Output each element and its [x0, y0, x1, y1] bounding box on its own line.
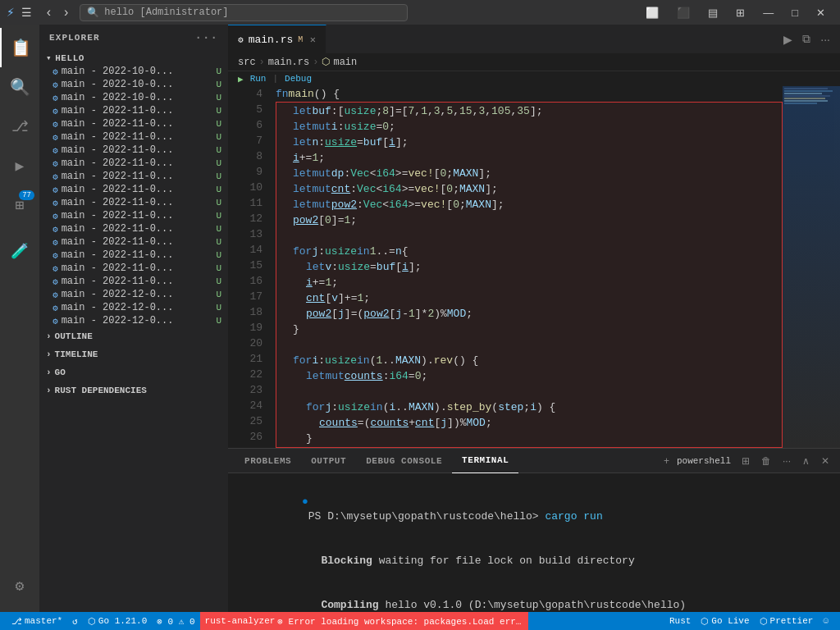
list-item[interactable]: ⚙ main - 2022-10-0... U	[39, 65, 228, 78]
search-icon: 🔍	[10, 77, 30, 98]
status-go-version[interactable]: ⬡ Go 1.21.0	[83, 616, 152, 627]
chevron-down-icon: ▾	[46, 52, 52, 63]
modified-badge: U	[216, 211, 221, 221]
back-button[interactable]: ‹	[42, 3, 56, 21]
sidebar-item-rust[interactable]: › RUST DEPENDENCIES	[39, 381, 228, 399]
new-terminal-button[interactable]: +	[660, 454, 673, 468]
list-item[interactable]: ⚙ main - 2022-11-0... U	[39, 130, 228, 144]
chevron-right-icon: ›	[46, 331, 52, 341]
list-item[interactable]: ⚙ main - 2022-11-0... U	[39, 144, 228, 157]
tab-main-rs[interactable]: ⚙ main.rs M ✕	[228, 25, 326, 53]
activity-item-scm[interactable]: ⎇	[0, 107, 39, 146]
forward-button[interactable]: ›	[59, 3, 73, 21]
hello-section[interactable]: ▾ HELLO	[39, 51, 228, 65]
grid-button[interactable]: ⊞	[728, 3, 753, 22]
list-item[interactable]: ⚙ main - 2022-12-0... U	[39, 314, 228, 327]
errors-text: ⊗ 0 ⚠ 0	[157, 616, 194, 627]
list-item[interactable]: ⚙ main - 2022-11-0... U	[39, 104, 228, 117]
file-icon: ⚙	[52, 250, 58, 261]
status-go-live[interactable]: ⬡ Go Live	[696, 616, 754, 627]
search-bar[interactable]: 🔍 hello [Administrator]	[80, 4, 408, 21]
settings-icon: ⚙	[16, 577, 25, 595]
list-item[interactable]: ⚙ main - 2022-11-0... U	[39, 117, 228, 130]
activity-item-explorer[interactable]: 📋	[0, 28, 39, 67]
trash-button[interactable]: 🗑	[757, 454, 775, 468]
close-panel-button[interactable]: ✕	[817, 454, 833, 468]
close-button[interactable]: ✕	[808, 3, 833, 22]
list-item[interactable]: ⚙ main - 2022-11-0... U	[39, 196, 228, 209]
list-item[interactable]: ⚙ main - 2022-11-0... U	[39, 249, 228, 262]
more-actions-button[interactable]: ···	[817, 31, 833, 48]
list-item[interactable]: ⚙ main - 2022-11-0... U	[39, 222, 228, 235]
status-prettier[interactable]: ⬡ Prettier	[755, 616, 819, 627]
status-sync[interactable]: ↺	[67, 616, 83, 627]
status-branch[interactable]: ⎇ master*	[7, 616, 67, 627]
list-item[interactable]: ⚙ main - 2022-11-0... U	[39, 183, 228, 196]
list-item[interactable]: ⚙ main - 2022-11-0... U	[39, 262, 228, 275]
run-link[interactable]: Run	[250, 74, 267, 84]
list-item[interactable]: ⚙ main - 2022-11-0... U	[39, 157, 228, 170]
chevron-right-icon: ›	[46, 349, 52, 359]
terminal-content[interactable]: ● PS D:\mysetup\gopath\rustcode\hello> c…	[228, 473, 840, 612]
sidebar-item-timeline[interactable]: › TIMELINE	[39, 345, 228, 363]
new-file-icon[interactable]: ···	[194, 31, 218, 44]
tab-output[interactable]: OUTPUT	[301, 449, 356, 473]
tab-actions: ▶ ⧉ ···	[774, 25, 840, 53]
list-item[interactable]: ⚙ main - 2022-10-0... U	[39, 91, 228, 104]
activity-item-run[interactable]: ▶	[0, 146, 39, 185]
activity-item-testing[interactable]: 🧪	[0, 231, 39, 271]
status-language[interactable]: Rust	[664, 616, 696, 626]
maximize-panel-button[interactable]: ∧	[798, 454, 814, 468]
code-line-18: pow2[j] = (pow2[j - 1] * 2) % MOD;	[280, 306, 778, 322]
modified-badge: U	[216, 237, 221, 247]
debug-link[interactable]: Debug	[285, 74, 312, 84]
file-icon: ⚙	[52, 211, 58, 221]
code-line-24: for j: usize in (i..MAXN).step_by(step; …	[280, 399, 778, 415]
go-label: GO	[55, 368, 66, 377]
status-bar: ⎇ master* ↺ ⬡ Go 1.21.0 ⊗ 0 ⚠ 0 rust-ana…	[0, 612, 840, 630]
code-content[interactable]: fn main() { let buf: [usize; 8] = [7, 1,…	[269, 86, 783, 448]
breadcrumb-file[interactable]: main.rs	[268, 57, 309, 68]
vscode-icon: ⚡	[7, 4, 15, 21]
run-button[interactable]: ▶	[780, 31, 796, 48]
run-debug-sep: |	[272, 74, 278, 84]
code-line-23	[280, 384, 778, 399]
tab-label: main.rs	[249, 34, 294, 46]
list-item[interactable]: ⚙ main - 2022-12-0... U	[39, 288, 228, 301]
sidebar-item-go[interactable]: › GO	[39, 363, 228, 381]
breadcrumb-symbol[interactable]: main	[333, 57, 357, 68]
tab-close-button[interactable]: ✕	[310, 34, 316, 46]
split-terminal-button[interactable]: ⊞	[737, 454, 754, 468]
rust-analyzer-label: rust-analyzer	[205, 616, 276, 626]
status-feedback[interactable]: ☺	[818, 616, 833, 626]
list-item[interactable]: ⚙ main - 2022-11-0... U	[39, 275, 228, 288]
list-item[interactable]: ⚙ main - 2022-10-0... U	[39, 78, 228, 91]
sidebar-item-outline[interactable]: › OUTLINE	[39, 327, 228, 345]
sidebar-header-icons[interactable]: ···	[194, 31, 218, 44]
menu-icon[interactable]: ☰	[21, 6, 32, 20]
split-editor-button[interactable]: ⧉	[799, 30, 814, 48]
modified-badge: U	[216, 185, 221, 194]
list-item[interactable]: ⚙ main - 2022-11-0... U	[39, 209, 228, 222]
panel-button[interactable]: ▤	[700, 3, 726, 22]
status-error-msg[interactable]: rust-analyzer ⊗ Error loading workspace:…	[200, 612, 529, 630]
file-icon: ⚙	[52, 198, 58, 208]
activity-bar: 📋 🔍 ⎇ ▶ ⊞ 77 🧪 ⚙	[0, 25, 39, 612]
activity-item-settings[interactable]: ⚙	[0, 566, 39, 605]
tab-terminal[interactable]: TERMINAL	[452, 449, 518, 473]
tab-problems[interactable]: PROBLEMS	[235, 449, 301, 473]
layout-button[interactable]: ⬜	[637, 3, 667, 22]
tab-debug-console[interactable]: DEBUG CONSOLE	[356, 449, 452, 473]
item-label: main - 2022-10-0...	[62, 79, 174, 90]
status-errors[interactable]: ⊗ 0 ⚠ 0	[152, 616, 199, 627]
activity-item-extensions[interactable]: ⊞ 77	[0, 185, 39, 225]
list-item[interactable]: ⚙ main - 2022-11-0... U	[39, 235, 228, 249]
breadcrumb-src[interactable]: src	[238, 57, 256, 68]
list-item[interactable]: ⚙ main - 2022-12-0... U	[39, 301, 228, 314]
minimize-button[interactable]: —	[755, 3, 782, 22]
list-item[interactable]: ⚙ main - 2022-11-0... U	[39, 170, 228, 183]
activity-item-search[interactable]: 🔍	[0, 67, 39, 107]
split-button[interactable]: ⬛	[669, 3, 698, 22]
more-panel-button[interactable]: ···	[778, 454, 795, 468]
maximize-button[interactable]: □	[783, 3, 806, 22]
